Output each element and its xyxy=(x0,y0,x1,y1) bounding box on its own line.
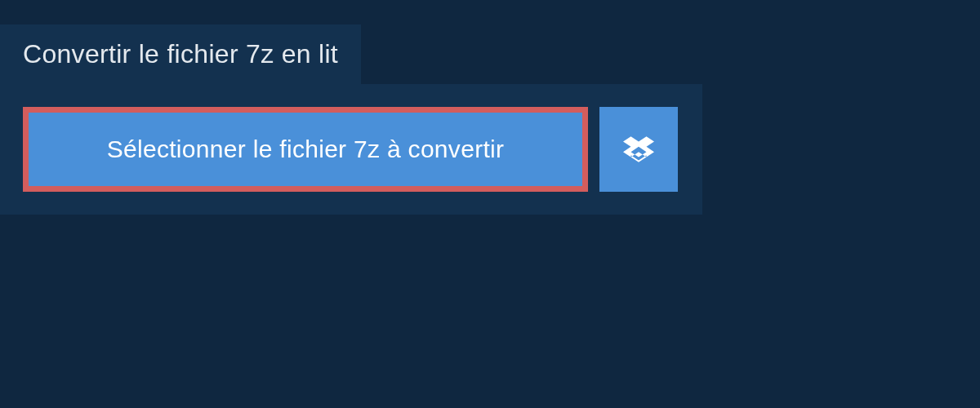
tab-bar: Convertir le fichier 7z en lit xyxy=(0,0,980,84)
tab-convert[interactable]: Convertir le fichier 7z en lit xyxy=(0,24,361,84)
dropbox-button[interactable] xyxy=(599,107,678,192)
content-panel: Sélectionner le fichier 7z à convertir xyxy=(0,84,702,215)
button-row: Sélectionner le fichier 7z à convertir xyxy=(23,107,679,192)
select-file-label: Sélectionner le fichier 7z à convertir xyxy=(107,135,505,163)
tab-label: Convertir le fichier 7z en lit xyxy=(23,39,338,69)
select-file-button[interactable]: Sélectionner le fichier 7z à convertir xyxy=(23,107,588,192)
dropbox-icon xyxy=(623,134,654,165)
